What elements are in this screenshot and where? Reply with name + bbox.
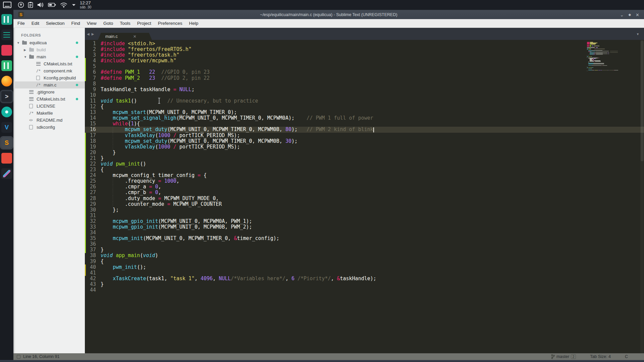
menu-preferences[interactable]: Preferences [155, 19, 186, 28]
code-line[interactable]: 44 [85, 287, 644, 293]
tab-scroll-right-icon[interactable]: ▶ [92, 32, 94, 36]
tab-scroll-left-icon[interactable]: ◀ [87, 32, 90, 36]
code-line[interactable]: 8 [85, 81, 644, 87]
tree-item-cmakelists-txt[interactable]: CMakeLists.txt [13, 96, 85, 103]
clipboard-icon[interactable] [28, 2, 33, 8]
menu-goto[interactable]: Goto [100, 19, 116, 28]
software-update-icon[interactable] [18, 2, 24, 8]
tab-overflow-icon[interactable]: ▼ [636, 33, 639, 36]
tree-item-equilicua[interactable]: ▼equilicua [13, 39, 85, 46]
menu-tools[interactable]: Tools [116, 19, 134, 28]
code-line[interactable]: 20 } [85, 150, 644, 156]
code-line[interactable]: 41 [85, 270, 644, 276]
code-line[interactable]: 19 vTaskDelay(1000 / portTICK_PERIOD_MS)… [85, 144, 644, 150]
tree-item-cmakelists-txt[interactable]: CMakeLists.txt [13, 60, 85, 67]
code-line[interactable]: 7#define PWM_2 23 //GPIO 2, pin 22 [85, 75, 644, 81]
tab-size-indicator[interactable]: Tab Size: 4 [590, 354, 611, 359]
code-line[interactable]: 22void pwm_init() [85, 161, 644, 167]
sublime-text-icon[interactable]: S [1, 137, 12, 148]
battery-icon[interactable] [48, 2, 56, 8]
editor-scrollbar-thumb[interactable] [641, 41, 644, 161]
code-line[interactable]: 33 mcpwm_gpio_init(MCPWM_UNIT_0, MCPWM0B… [85, 224, 644, 230]
code-line[interactable]: 40 pwm_init(); [85, 264, 644, 270]
green-files-app-icon[interactable] [1, 60, 12, 71]
menu-file[interactable]: File [14, 19, 28, 28]
syntax-indicator[interactable]: C [625, 354, 628, 359]
code-line[interactable]: 28 .duty_mode = MCPWM_DUTY_MODE_0, [85, 196, 644, 201]
menu-view[interactable]: View [84, 19, 100, 28]
code-line[interactable]: 24 mcpwm_config_t timer_config = { [85, 173, 644, 178]
caret-down-icon[interactable] [71, 2, 76, 8]
vscode-icon[interactable]: V [1, 122, 12, 133]
code-line[interactable]: 14 mcpwm_set_signal_high(MCPWM_UNIT_0, M… [85, 115, 644, 121]
git-branch[interactable]: master 2 [551, 354, 576, 359]
code-line[interactable]: 36 [85, 241, 644, 247]
code-line[interactable]: 39{ [85, 259, 644, 264]
volume-icon[interactable] [37, 2, 44, 8]
chevron-right-icon[interactable]: ▶ [24, 48, 26, 52]
code-line[interactable]: 34 [85, 230, 644, 236]
code-line[interactable]: 12{ [85, 104, 644, 110]
code-line[interactable]: 26 .cmpr_a = 0, [85, 184, 644, 190]
code-line[interactable]: 32 mcpwm_gpio_init(MCPWM_UNIT_0, MCPWM0A… [85, 219, 644, 224]
tree-item--gitignore[interactable]: .gitignore [13, 88, 85, 96]
code-line[interactable]: 9TaskHandle_t taskHandle = NULL; [85, 87, 644, 93]
code-line[interactable]: 38void app_main(void) [85, 253, 644, 258]
status-square-icon[interactable] [17, 355, 20, 359]
tree-item-readme-md[interactable]: <>README.md [13, 117, 85, 124]
code-line[interactable]: 35 mcpwm_init(MCPWM_UNIT_0, MCPWM_TIMER_… [85, 236, 644, 241]
code-line[interactable]: 21} [85, 156, 644, 161]
close-button[interactable]: ✕ [636, 13, 639, 17]
code-line[interactable]: 27 .cmpr_b = 0, [85, 190, 644, 195]
code-line[interactable]: 15 while(1){ [85, 121, 644, 127]
teal-circle-app-icon[interactable] [1, 107, 12, 117]
code-line[interactable]: 25 .frequency = 1000, [85, 178, 644, 184]
code-line[interactable]: 10 [85, 93, 644, 98]
tree-item-main[interactable]: ▼main [13, 53, 85, 60]
code-line[interactable]: 30 }; [85, 207, 644, 213]
code-line[interactable]: 23{ [85, 167, 644, 173]
code-line[interactable]: 16 mcpwm_set_duty(MCPWM_UNIT_0, MCPWM_TI… [85, 127, 644, 132]
code-line[interactable]: 18 mcpwm_set_duty(MCPWM_UNIT_0, MCPWM_TI… [85, 138, 644, 144]
menu-help[interactable]: Help [186, 19, 202, 28]
menu-find[interactable]: Find [68, 19, 84, 28]
menu-project[interactable]: Project [134, 19, 155, 28]
tree-item-makefile[interactable]: /*Makefile [13, 110, 85, 117]
tab-close-icon[interactable]: ✕ [133, 34, 137, 39]
pillars-app-icon[interactable] [1, 14, 12, 25]
code-line[interactable]: 5 [85, 64, 644, 69]
code-line[interactable]: 2#include "freertos/FreeRTOS.h" [85, 47, 644, 52]
firefox-icon[interactable] [1, 76, 12, 86]
red-tile-app-icon[interactable] [1, 153, 12, 164]
code-line[interactable]: 1#include <stdio.h> [85, 41, 644, 47]
tree-item-license[interactable]: LICENSE [13, 103, 85, 110]
code-line[interactable]: 37} [85, 247, 644, 253]
tree-item-sdkconfig[interactable]: sdkconfig [13, 124, 85, 131]
menu-selection[interactable]: Selection [43, 19, 68, 28]
code-line[interactable]: 11void task1() // Unnecesary, but to pra… [85, 98, 644, 104]
code-line[interactable]: 42 xTaskCreate(task1, "task 1", 4096, NU… [85, 276, 644, 282]
tree-item-build[interactable]: ▶build [13, 46, 85, 53]
titlebar[interactable]: S ~/esp/equilicua/main/main.c (equilicua… [13, 10, 644, 19]
terminal-logs-app-icon[interactable] [1, 29, 12, 40]
wifi-icon[interactable] [60, 2, 68, 8]
code-line[interactable]: 13 mcpwm_start(MCPWM_UNIT_0, MCPWM_TIMER… [85, 110, 644, 115]
red-app-icon[interactable] [1, 45, 12, 56]
clock[interactable]: 12:27 sáb. 30 [80, 1, 91, 9]
code-line[interactable]: 31 [85, 213, 644, 219]
chevron-down-icon[interactable]: ▼ [17, 41, 20, 45]
code-line[interactable]: 3#include "freertos/task.h" [85, 52, 644, 58]
terminal-icon[interactable]: > [1, 91, 12, 102]
code-line[interactable]: 17 vTaskDelay(1000 / portTICK_PERIOD_MS)… [85, 133, 644, 138]
tree-item-component-mk[interactable]: /*component.mk [13, 67, 85, 74]
tab-main-c[interactable]: main.c ✕ [98, 33, 152, 40]
code-line[interactable]: 4#include "driver/mcpwm.h" [85, 58, 644, 64]
code-editor[interactable]: 1#include <stdio.h>2#include "freertos/F… [85, 40, 644, 353]
minimize-button[interactable]: ⌄ [620, 13, 624, 17]
code-line[interactable]: 6#define PWM_1 22 //GPIO 0, pin 23 [85, 69, 644, 75]
chevron-down-icon[interactable]: ▼ [24, 55, 27, 59]
code-line[interactable]: 43} [85, 282, 644, 287]
cursor-position[interactable]: Line 16, Column 91 [23, 354, 59, 359]
menu-edit[interactable]: Edit [28, 19, 43, 28]
minimap[interactable] [587, 42, 621, 72]
